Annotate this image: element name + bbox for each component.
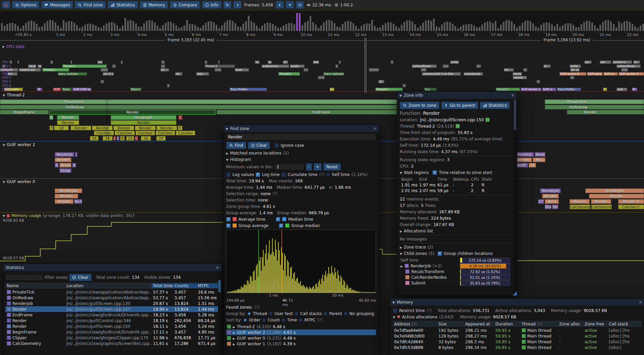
time-ruler[interactable]: +55.83 s 1 ms2 ms3 ms4 ms5 ms6 ms7 ms8 m… [0, 31, 644, 38]
search-input[interactable] [226, 134, 376, 140]
cpu-zone[interactable]: cfr [283, 60, 288, 64]
timeline-zone[interactable]: CalcGeo [136, 131, 155, 135]
statistics-table-header[interactable]: NameLocationTotal timeCountsMTPC [5, 282, 218, 289]
found-zone-group-row[interactable]: GUIF worker 0(3,231)4.48 s [226, 335, 376, 341]
memory-column-header[interactable]: Size [437, 322, 464, 326]
cpu-zone[interactable]: GUIF GUIF wor [72, 88, 91, 91]
wait-column-header[interactable]: Wakeup [451, 177, 470, 182]
timeline-zone[interactable]: 9 [72, 163, 76, 168]
self-time-radio[interactable] [326, 173, 330, 177]
timeline-zone[interactable]: Ren [533, 158, 545, 162]
expand-icon[interactable] [400, 264, 403, 268]
cpu-zone[interactable] [215, 68, 221, 72]
timeline-zone[interactable]: BeginFrame [0, 110, 49, 115]
cpu-zone[interactable]: GUIF worker 2 [619, 72, 644, 76]
cpu-zone[interactable] [17, 60, 19, 64]
cpu-zone[interactable]: ka [255, 60, 260, 64]
cpu-zone[interactable]: Thread-2 [496, 88, 520, 91]
cpu-zone[interactable]: GUIF-work [587, 72, 603, 76]
timeline-zone[interactable]: CalcGeo [115, 131, 135, 135]
statistics-row[interactable]: EndFramejni/../jni/src/claw/gfx/drv/vk/D… [5, 312, 218, 318]
cpu-zone[interactable]: GUIF-w [603, 72, 618, 76]
child-zone-row[interactable]: RenderJob(×2)4.16 ms (92.60%) [400, 263, 512, 269]
timeline-zone[interactable]: R [49, 115, 53, 120]
location-value[interactable]: jni/../jni/src/guif/Screen.cpp:150 [420, 118, 484, 122]
cpu-zone[interactable]: Thread-2 [205, 64, 235, 68]
timeline-zone[interactable]: Render [542, 194, 559, 198]
legend-checkbox[interactable] [226, 217, 231, 222]
timeline-zone[interactable]: RenderJol [540, 188, 561, 193]
frame-label-left[interactable]: Frame 3,193 (22.45 ms) [165, 38, 217, 42]
sort-by-time-radio[interactable] [281, 318, 285, 322]
group-by-parent-radio[interactable] [323, 312, 327, 316]
cpu-zone[interactable]: Thread-2 [375, 88, 403, 91]
cpu-zone[interactable] [304, 68, 308, 72]
guif0-header[interactable]: GUIF worker 0 [3, 179, 35, 184]
cpu-zone[interactable] [570, 76, 574, 79]
timeline-zone[interactable]: Render [589, 194, 644, 198]
timeline-zone[interactable]: Render R [618, 199, 644, 204]
expand-icon[interactable] [400, 229, 402, 233]
timeline-zone[interactable]: Render [57, 115, 79, 120]
timeline-zone[interactable]: C [135, 136, 138, 141]
cpu-zone[interactable]: sen [600, 60, 611, 64]
timeline-zone[interactable]: CalcGeo [176, 131, 195, 135]
clear-button[interactable]: Clear [248, 142, 270, 149]
timeline-zone[interactable]: RerS [545, 199, 559, 204]
memory-column-header[interactable]: Address(?) [393, 322, 437, 326]
cpu-zone[interactable]: sy [38, 64, 42, 68]
tools-button[interactable] [223, 1, 231, 9]
close-icon[interactable] [511, 93, 515, 98]
timeline-zone[interactable]: Render [591, 199, 611, 204]
scrollbar[interactable] [218, 271, 221, 355]
timeline-zone[interactable]: OnRedraw [545, 105, 644, 109]
timeline-zone[interactable]: Sel [552, 205, 558, 209]
cpu-zone[interactable] [523, 68, 527, 72]
timeline-zone[interactable]: Rencer [570, 199, 590, 204]
timeline-zone[interactable]: Render [70, 126, 91, 130]
collapse-icon[interactable] [226, 157, 228, 162]
cpu-zone[interactable] [537, 80, 540, 83]
timeline-zone[interactable]: 17' [538, 199, 544, 204]
statistics-row[interactable]: Clipperjni/../jni/src/claw/gfx/geo/Clipp… [5, 335, 218, 341]
child-zone-row[interactable]: RecalcTransform72.92 us (1.62%) [400, 269, 512, 274]
collapse-icon[interactable] [392, 300, 395, 305]
collapse-icon[interactable] [2, 44, 4, 49]
filter-zones-input[interactable] [5, 274, 43, 281]
timeline-zone[interactable]: 18 [54, 126, 69, 130]
cpu-zone[interactable] [421, 68, 426, 72]
guif2-header[interactable]: GUIF worker 2 [3, 142, 35, 147]
timeline-zone[interactable]: Dra [545, 205, 551, 209]
timeline-zone[interactable]: Re 5 [74, 199, 82, 204]
restrict-time-checkbox[interactable] [393, 308, 397, 313]
cpu-zone[interactable]: et [378, 80, 384, 83]
find-button[interactable]: Find [226, 142, 246, 149]
cpu-zone[interactable] [121, 60, 123, 64]
thread2-header[interactable]: Thread-2 [3, 93, 25, 97]
zone-statistics-button[interactable]: Statistics [480, 102, 510, 109]
cpu-zone[interactable] [339, 60, 341, 64]
expand-icon[interactable] [233, 324, 235, 329]
cpu-zone[interactable]: A [330, 88, 334, 91]
cpu-zone[interactable]: surfaceflinge [616, 64, 641, 68]
group-children-checkbox[interactable] [437, 251, 442, 256]
close-icon[interactable] [639, 300, 642, 305]
cpu-zone[interactable]: kw.gn [28, 64, 36, 68]
timeline-zone[interactable]: Render [55, 194, 78, 198]
resize-grip[interactable] [513, 291, 517, 296]
timeline-zone[interactable]: 22 [126, 136, 134, 141]
cpu-zone[interactable] [369, 68, 379, 72]
memory-table-header[interactable]: Address(?)SizeAppeared atDurationThread(… [393, 321, 642, 327]
wait-region-row[interactable]: 1.91 ms1.97 ms61 μs-2R [400, 182, 512, 188]
cpu-zone[interactable]: Tracy Profiler [557, 88, 581, 91]
power-button[interactable] [2, 1, 10, 9]
timeline-zone[interactable]: C [113, 136, 116, 141]
timeline-zone[interactable]: Render [111, 120, 176, 125]
cpu-zone[interactable]: /audio [290, 64, 305, 68]
cpu-zone[interactable]: rworke [513, 72, 522, 76]
statistics-row[interactable]: Renderjni/../jni/src/guif/Control.cpp:34… [5, 318, 218, 323]
timeline-zone[interactable]: Render [135, 126, 156, 130]
zone-info-titlebar[interactable]: Zone info [397, 92, 517, 99]
timeline-zone[interactable]: RenderJo [55, 152, 74, 157]
cpu-zone[interactable]: GUIF w [542, 88, 556, 91]
